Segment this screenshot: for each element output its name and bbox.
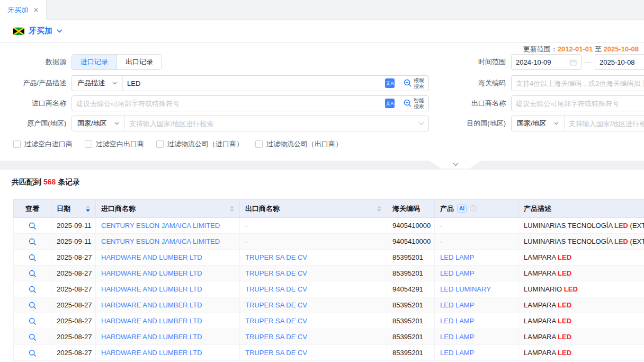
view-record-button[interactable]: [29, 286, 37, 294]
checkbox[interactable]: [13, 140, 21, 148]
info-icon[interactable]: ⓘ: [470, 204, 477, 214]
product-cell: LED LAMP: [435, 297, 518, 313]
product-link[interactable]: LED LUMINARY: [440, 285, 491, 293]
desc-cell: LAMPARA LED: [518, 266, 644, 281]
hs-code-input[interactable]: [516, 80, 644, 87]
importer-link[interactable]: HARDWARE AND LUMBER LTD: [101, 269, 202, 277]
product-search-input[interactable]: [127, 80, 381, 87]
table-row: 2025-09-11 CENTURY ESLON JAMAICA LIMITED…: [14, 218, 644, 234]
product-link[interactable]: LED LAMP: [440, 349, 474, 357]
product-link[interactable]: LED LAMP: [440, 333, 474, 341]
view-record-button[interactable]: [29, 270, 37, 278]
exporter-link[interactable]: TRUPER SA DE CV: [245, 333, 307, 341]
end-date-input[interactable]: [600, 58, 644, 66]
translate-icon[interactable]: 文A: [385, 99, 395, 108]
exporter-name-input[interactable]: [516, 100, 644, 108]
importer-cell: HARDWARE AND LUMBER LTD: [96, 313, 240, 329]
sort-date[interactable]: [86, 206, 90, 212]
importer-link[interactable]: HARDWARE AND LUMBER LTD: [101, 253, 202, 261]
importer-link[interactable]: HARDWARE AND LUMBER LTD: [101, 317, 202, 325]
importer-group: 文A 智能 搜索: [71, 95, 429, 111]
exporter-link[interactable]: TRUPER SA DE CV: [245, 317, 307, 325]
view-record-button[interactable]: [29, 254, 37, 262]
desc-cell: LAMPARA LED: [518, 250, 644, 266]
view-record-button[interactable]: [29, 222, 37, 230]
product-link[interactable]: LED LAMP: [440, 301, 474, 309]
date-cell: 2025-08-27: [51, 250, 96, 266]
checkbox[interactable]: [156, 140, 164, 148]
importer-link[interactable]: HARDWARE AND LUMBER LTD: [101, 349, 202, 357]
col-date[interactable]: 日期: [51, 200, 96, 218]
chevron-down-icon[interactable]: [418, 122, 424, 126]
destination-country-select[interactable]: 国家/地区: [512, 116, 565, 131]
exporter-cell: TRUPER SA DE CV: [240, 281, 387, 297]
product-link[interactable]: LED LAMP: [440, 317, 474, 325]
divider: [399, 99, 399, 108]
tab-jamaica[interactable]: 牙买加 ✕: [0, 0, 47, 20]
smart-search-label: 智能 搜索: [414, 98, 424, 110]
country-selector[interactable]: 牙买加: [13, 26, 62, 36]
desc-cell: LAMPARA LED: [518, 345, 644, 361]
product-cell: LED LAMP: [435, 345, 518, 361]
checkbox-filter-blank-exporter[interactable]: 过滤空白出口商: [85, 139, 144, 149]
importer-link[interactable]: HARDWARE AND LUMBER LTD: [101, 333, 202, 341]
exporter-label: 出口商名称: [461, 99, 511, 108]
smart-search-button[interactable]: 智能 搜索: [404, 98, 424, 110]
product-link[interactable]: LED LAMP: [440, 269, 474, 277]
date-cell: 2025-08-27: [51, 345, 96, 361]
checkbox[interactable]: [85, 140, 92, 148]
checkbox[interactable]: [255, 140, 263, 148]
hs-cell: 85395201: [387, 329, 435, 345]
col-exporter[interactable]: 出口商名称: [240, 200, 387, 218]
collapse-panel-toggle[interactable]: [429, 161, 482, 169]
hs-code-field[interactable]: [511, 75, 644, 91]
import-records-tab[interactable]: 进口记录: [72, 55, 117, 69]
start-date-input[interactable]: [516, 58, 567, 66]
origin-country-input[interactable]: [129, 120, 414, 128]
filter-panel: 更新范围：2012-01-01 至 2025-10-08 数据源 进口记录 出口…: [0, 43, 644, 161]
table-row: 2025-08-27 HARDWARE AND LUMBER LTD TRUPE…: [14, 250, 644, 266]
view-record-button[interactable]: [29, 302, 37, 310]
time-range-start[interactable]: [511, 54, 582, 70]
fuzzy-search-label: 模糊 搜索: [414, 77, 424, 90]
view-record-button[interactable]: [29, 349, 37, 357]
view-record-button[interactable]: [29, 238, 37, 246]
chevron-down-icon[interactable]: [57, 29, 62, 33]
update-range: 更新范围：2012-01-01 至 2025-10-08: [523, 45, 639, 54]
exporter-link[interactable]: TRUPER SA DE CV: [245, 285, 307, 293]
exporter-link[interactable]: TRUPER SA DE CV: [245, 349, 307, 357]
exporter-field[interactable]: [511, 95, 644, 111]
importer-link[interactable]: HARDWARE AND LUMBER LTD: [101, 301, 202, 309]
product-field-select[interactable]: 产品描述: [72, 76, 123, 91]
destination-country-input[interactable]: [569, 120, 644, 128]
origin-country-select[interactable]: 国家/地区: [72, 116, 125, 131]
ai-badge: AI: [457, 205, 467, 213]
view-record-button[interactable]: [29, 317, 37, 325]
count-prefix: 共匹配到: [12, 178, 41, 186]
importer-link[interactable]: CENTURY ESLON JAMAICA LIMITED: [101, 237, 220, 245]
exporter-link[interactable]: TRUPER SA DE CV: [245, 301, 307, 309]
col-importer[interactable]: 进口商名称: [96, 200, 240, 218]
importer-cell: CENTURY ESLON JAMAICA LIMITED: [96, 234, 240, 250]
date-cell: 2025-08-27: [51, 266, 96, 281]
checkbox-filter-logistics-importer[interactable]: 过滤物流公司（进口商）: [156, 139, 243, 149]
checkbox-filter-logistics-exporter[interactable]: 过滤物流公司（出口商）: [255, 139, 342, 149]
fuzzy-search-button[interactable]: 模糊 搜索: [404, 77, 424, 90]
close-icon[interactable]: ✕: [33, 6, 39, 14]
translate-icon[interactable]: 文A: [385, 78, 395, 88]
importer-link[interactable]: CENTURY ESLON JAMAICA LIMITED: [101, 222, 220, 229]
importer-link[interactable]: HARDWARE AND LUMBER LTD: [101, 285, 202, 293]
export-records-tab[interactable]: 出口记录: [117, 55, 162, 69]
table-row: 2025-09-11 CENTURY ESLON JAMAICA LIMITED…: [14, 234, 644, 250]
view-record-button[interactable]: [29, 333, 37, 341]
checkbox-filter-blank-importer[interactable]: 过滤空白进口商: [13, 139, 73, 149]
exporter-link[interactable]: TRUPER SA DE CV: [245, 253, 307, 261]
product-link[interactable]: LED LAMP: [440, 253, 474, 261]
sort-exporter[interactable]: [377, 206, 381, 212]
time-range-end[interactable]: [595, 54, 644, 70]
sort-importer[interactable]: [230, 206, 234, 212]
table-row: 2025-08-27 HARDWARE AND LUMBER LTD TRUPE…: [14, 266, 644, 281]
exporter-link[interactable]: TRUPER SA DE CV: [245, 269, 307, 277]
checkbox-label: 过滤物流公司（进口商）: [167, 139, 243, 149]
importer-name-input[interactable]: [76, 100, 381, 108]
